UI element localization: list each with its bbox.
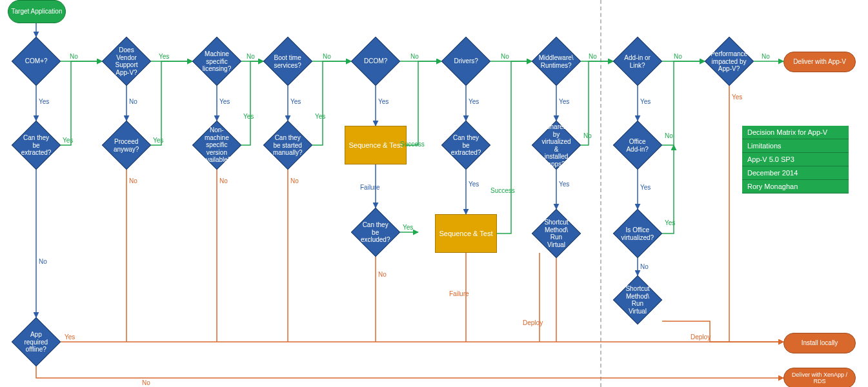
edge-label: No — [129, 98, 137, 105]
edge-label: Yes — [559, 98, 569, 105]
process-seq-test-1: Sequence & Test — [345, 126, 407, 164]
label: Target Application — [12, 8, 63, 15]
edge-label: No — [219, 177, 228, 184]
edge-label: Success — [400, 141, 425, 148]
terminator-deliver-appv: Deliver with App-V — [783, 52, 856, 72]
edge-label: No — [247, 53, 255, 60]
edge-label: Deploy — [523, 319, 543, 326]
legend-row: Decision Matrix for App-V — [742, 126, 849, 139]
edge-label: Yes — [290, 98, 301, 105]
edge-label: Failure — [360, 184, 380, 191]
edge-label: No — [39, 258, 47, 265]
edge-label: Yes — [640, 98, 651, 105]
edge-label: Yes — [153, 137, 163, 144]
edge-label: No — [665, 132, 673, 139]
edge-label: No — [640, 263, 649, 270]
legend-row: Limitations — [742, 139, 849, 153]
edge-label: No — [129, 177, 137, 184]
legend-row: Rory Monaghan — [742, 180, 849, 194]
edge-label: No — [323, 53, 331, 60]
edge-label: No — [589, 53, 597, 60]
edge-label: Yes — [469, 181, 479, 188]
edge-label: Yes — [732, 94, 742, 101]
edge-label: Yes — [159, 53, 169, 60]
edge-label: No — [290, 177, 299, 184]
edge-label: Failure — [449, 290, 469, 297]
edge-label: Yes — [665, 219, 675, 226]
edge-label: Yes — [559, 181, 569, 188]
edge-label: No — [674, 53, 682, 60]
edge-label: Yes — [640, 184, 651, 191]
edge-label: No — [142, 379, 150, 386]
process-seq-test-2: Sequence & Test — [435, 214, 497, 253]
edge-label: Yes — [39, 98, 49, 105]
edge-label: Yes — [63, 137, 73, 144]
edge-label: No — [762, 53, 770, 60]
legend-row: December 2014 — [742, 166, 849, 180]
terminator-start: Target Application — [8, 0, 66, 23]
edge-label: Yes — [219, 98, 230, 105]
legend-box: Decision Matrix for App-V Limitations Ap… — [742, 126, 849, 194]
edge-label: Yes — [243, 113, 254, 120]
edge-label: Yes — [65, 333, 75, 341]
edge-label: No — [410, 53, 419, 60]
edge-label: No — [378, 271, 387, 278]
edge-label: Deploy — [691, 333, 711, 341]
edge-label: No — [583, 132, 592, 139]
terminator-deliver-xenapp: Deliver with XenApp / RDS — [783, 368, 856, 387]
edge-label: Yes — [378, 98, 389, 105]
legend-row: App-V 5.0 SP3 — [742, 153, 849, 166]
edge-label: Yes — [315, 113, 325, 120]
terminator-install-locally: Install locally — [783, 333, 856, 353]
edge-label: Success — [490, 187, 515, 194]
edge-label: No — [501, 53, 509, 60]
edge-label: Yes — [469, 98, 479, 105]
edge-label: Yes — [403, 224, 413, 231]
edge-label: No — [70, 53, 78, 60]
